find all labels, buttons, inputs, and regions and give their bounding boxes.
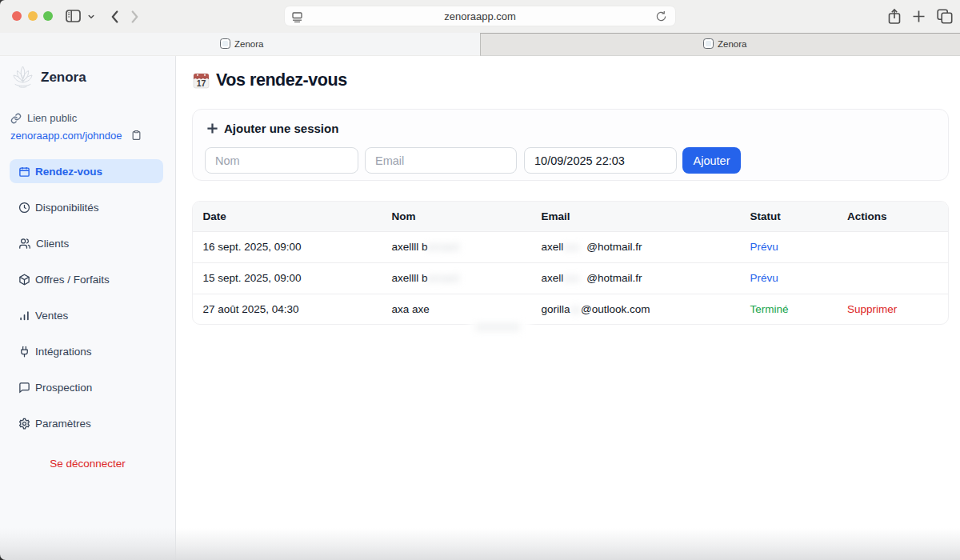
svg-text:17: 17 (197, 78, 206, 88)
